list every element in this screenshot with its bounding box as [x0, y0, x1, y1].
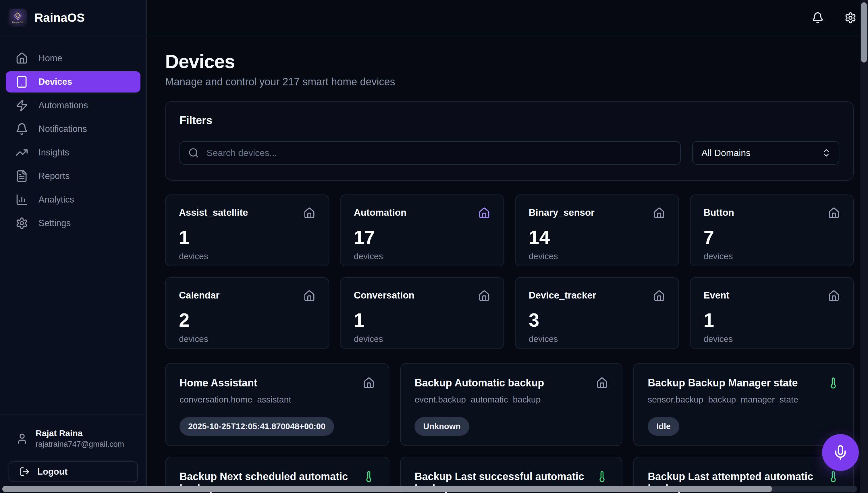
category-unit: devices	[354, 334, 490, 344]
category-card[interactable]: Calendar 2 devices	[165, 277, 329, 349]
sidebar-item[interactable]: Automations	[6, 95, 140, 116]
house-icon	[828, 207, 840, 219]
thermometer-icon	[596, 471, 608, 483]
vertical-scrollbar-thumb[interactable]	[861, 2, 867, 63]
sidebar-item-label: Home	[39, 53, 62, 64]
category-name: Conversation	[354, 290, 415, 301]
app-root: RainaOS RainaOS Home Devices Automations	[0, 0, 868, 493]
device-state-badge: Unknown	[415, 417, 469, 436]
sidebar-item-label: Reports	[39, 171, 70, 181]
voice-assistant-fab[interactable]	[822, 434, 859, 471]
device-state-badge: 2025-10-25T12:05:41.870048+00:00	[179, 417, 334, 436]
category-name: Calendar	[179, 290, 219, 301]
logo-caption: RainaOS	[12, 21, 24, 24]
category-unit: devices	[704, 251, 840, 261]
device-card[interactable]: Backup Automatic backup event.backup_aut…	[400, 363, 622, 446]
device-entity-id: conversation.home_assistant	[179, 395, 375, 405]
domain-filter-select[interactable]: All Domains	[692, 141, 839, 165]
vertical-scrollbar-track	[860, 0, 868, 493]
category-unit: devices	[354, 251, 490, 261]
bell-icon	[16, 123, 28, 135]
zap-icon	[16, 99, 28, 112]
app-logo: RainaOS	[8, 8, 27, 27]
category-name: Assist_satellite	[179, 207, 248, 218]
bell-icon	[812, 12, 824, 24]
house-icon	[478, 207, 490, 219]
house-icon	[478, 290, 490, 302]
category-card[interactable]: Binary_sensor 14 devices	[515, 194, 679, 266]
file-text-icon	[16, 170, 28, 183]
category-card[interactable]: Assist_satellite 1 devices	[165, 194, 329, 266]
sidebar-item[interactable]: Devices	[6, 71, 140, 92]
house-icon	[596, 377, 608, 389]
sidebar-spacer	[0, 236, 146, 414]
sidebar-user-section: Rajat Raina rajatraina747@gmail.com Logo…	[0, 414, 146, 493]
filter-row: All Domains	[179, 141, 839, 165]
sidebar-item-label: Analytics	[39, 194, 74, 205]
category-name: Button	[704, 207, 734, 218]
sidebar-nav: Home Devices Automations Notifications	[0, 36, 146, 236]
category-card[interactable]: Conversation 1 devices	[340, 277, 504, 349]
category-count: 1	[179, 228, 315, 247]
category-unit: devices	[179, 334, 315, 344]
sidebar-item-label: Settings	[39, 218, 71, 229]
house-icon	[303, 290, 315, 302]
chevrons-up-down-icon	[821, 148, 831, 158]
device-card[interactable]: Backup Backup Manager state sensor.backu…	[633, 363, 854, 446]
page-title: Devices	[165, 50, 854, 72]
logout-label: Logout	[37, 467, 67, 477]
tablet-icon	[16, 76, 28, 88]
trending-up-icon	[16, 146, 28, 159]
category-unit: devices	[704, 334, 840, 344]
settings-icon	[844, 12, 856, 24]
search-input[interactable]	[179, 141, 681, 165]
topbar	[147, 0, 868, 36]
logout-button[interactable]: Logout	[8, 462, 138, 482]
category-count: 1	[354, 310, 490, 329]
category-card[interactable]: Button 7 devices	[690, 194, 854, 266]
category-unit: devices	[529, 334, 665, 344]
sidebar-item[interactable]: Home	[6, 48, 140, 69]
settings-button[interactable]	[844, 12, 856, 24]
category-card[interactable]: Event 1 devices	[690, 277, 854, 349]
horizontal-scrollbar-thumb[interactable]	[2, 486, 772, 492]
thermometer-icon	[363, 471, 375, 483]
device-card[interactable]: Home Assistant conversation.home_assista…	[165, 363, 389, 446]
category-count: 1	[704, 310, 840, 329]
device-grid: Home Assistant conversation.home_assista…	[165, 363, 854, 493]
sidebar-item-label: Insights	[39, 147, 69, 158]
notifications-button[interactable]	[812, 12, 824, 24]
category-count: 17	[354, 228, 490, 247]
search-box	[179, 141, 681, 165]
sidebar-item-label: Notifications	[39, 124, 87, 134]
sidebar-item[interactable]: Insights	[6, 142, 140, 163]
category-card[interactable]: Device_tracker 3 devices	[515, 277, 679, 349]
category-count: 14	[529, 228, 665, 247]
user-email: rajatraina747@gmail.com	[36, 440, 124, 449]
category-name: Binary_sensor	[529, 207, 595, 218]
sidebar-item[interactable]: Analytics	[6, 189, 140, 210]
page-subtitle: Manage and control your 217 smart home d…	[165, 76, 854, 88]
house-icon	[653, 290, 665, 302]
user-name: Rajat Raina	[36, 428, 124, 438]
category-name: Automation	[354, 207, 406, 218]
filters-panel: Filters All Domains	[165, 101, 854, 181]
brand: RainaOS RainaOS	[0, 0, 146, 36]
mic-icon	[832, 445, 848, 460]
category-name: Device_tracker	[529, 290, 596, 301]
sidebar-item[interactable]: Notifications	[6, 119, 140, 140]
search-icon	[188, 147, 199, 158]
device-state-badge: Idle	[648, 417, 679, 436]
category-name: Event	[704, 290, 730, 301]
house-icon	[828, 290, 840, 302]
sidebar-item[interactable]: Reports	[6, 166, 140, 187]
house-icon	[303, 207, 315, 219]
sidebar: RainaOS RainaOS Home Devices Automations	[0, 0, 147, 493]
category-card[interactable]: Automation 17 devices	[340, 194, 504, 266]
house-icon	[363, 377, 375, 389]
category-count: 2	[179, 310, 315, 329]
rainaos-logo-icon	[13, 12, 23, 21]
thermometer-icon	[827, 377, 839, 389]
user-row: Rajat Raina rajatraina747@gmail.com	[8, 428, 138, 449]
sidebar-item[interactable]: Settings	[6, 213, 140, 234]
